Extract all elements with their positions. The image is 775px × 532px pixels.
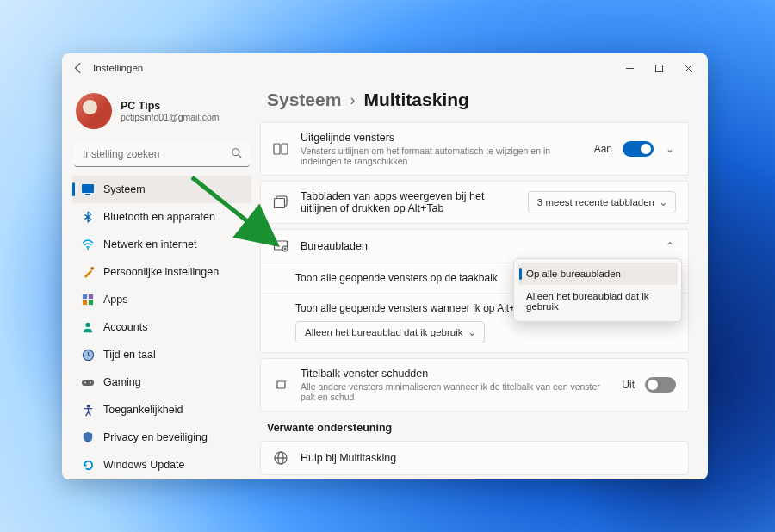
gaming-icon xyxy=(81,375,95,389)
sidebar-item-label: Netwerk en internet xyxy=(103,238,196,251)
brush-icon xyxy=(81,265,95,279)
sidebar-item-apps[interactable]: Apps xyxy=(72,286,251,313)
sidebar-item-personalization[interactable]: Persoonlijke instellingen xyxy=(72,258,251,286)
svg-point-12 xyxy=(85,323,90,327)
settings-window: Instellingen PC Tips pctipsinfo01@gmail.… xyxy=(62,53,708,479)
tabs-icon xyxy=(273,195,290,210)
card-title: Bureaubladen xyxy=(301,240,654,252)
card-title: Tabbladen van apps weergeven bij het uit… xyxy=(301,190,518,214)
breadcrumb: Systeem › Multitasking xyxy=(260,90,689,110)
toggle-label: Uit xyxy=(622,379,635,391)
card-title: Titelbalk venster schudden xyxy=(301,368,611,380)
sidebar-item-windows-update[interactable]: Windows Update xyxy=(72,451,251,471)
bluetooth-icon xyxy=(81,210,95,224)
card-shake: Titelbalk venster schudden Alle andere v… xyxy=(260,358,689,411)
chevron-up-icon[interactable]: ⌃ xyxy=(664,240,676,252)
svg-point-15 xyxy=(84,382,86,384)
toggle-label: Aan xyxy=(594,143,612,155)
wifi-icon xyxy=(81,238,95,251)
back-button[interactable] xyxy=(67,57,90,79)
dropdown-option[interactable]: Alleen het bureaublad dat ik gebruik xyxy=(518,285,678,318)
sidebar-item-label: Gaming xyxy=(103,376,141,388)
clock-globe-icon xyxy=(81,348,95,362)
chevron-down-icon[interactable]: ⌄ xyxy=(664,143,676,155)
chevron-right-icon: › xyxy=(350,91,355,109)
system-icon xyxy=(81,182,95,196)
main-content: Systeem › Multitasking Uitgelijnde venst… xyxy=(260,83,708,479)
sidebar-item-label: Apps xyxy=(103,294,128,306)
maximize-button[interactable] xyxy=(644,57,673,79)
shake-icon xyxy=(273,377,290,393)
svg-rect-19 xyxy=(282,144,288,154)
profile[interactable]: PC Tips pctipsinfo01@gmail.com xyxy=(72,88,251,139)
search-icon xyxy=(231,147,243,159)
sidebar-item-accounts[interactable]: Accounts xyxy=(72,313,251,341)
globe-icon xyxy=(273,450,290,466)
svg-rect-4 xyxy=(82,184,94,193)
snap-icon xyxy=(273,141,290,157)
sidebar-item-time-language[interactable]: Tijd en taal xyxy=(72,341,251,368)
card-title: Hulp bij Multitasking xyxy=(301,452,676,464)
svg-rect-5 xyxy=(85,194,90,195)
snap-toggle[interactable] xyxy=(623,141,654,157)
sidebar-item-network[interactable]: Netwerk en internet xyxy=(72,231,251,258)
svg-point-17 xyxy=(86,404,90,407)
alttab-select[interactable]: 3 meest recente tabbladen xyxy=(528,191,676,213)
sidebar-item-bluetooth[interactable]: Bluetooth en apparaten xyxy=(72,203,251,231)
sidebar-item-accessibility[interactable]: Toegankelijkheid xyxy=(72,396,251,424)
search-box xyxy=(74,141,250,167)
window-title: Instellingen xyxy=(93,63,143,73)
svg-rect-1 xyxy=(655,65,662,71)
svg-rect-18 xyxy=(274,144,280,154)
accessibility-icon xyxy=(81,403,95,417)
breadcrumb-parent[interactable]: Systeem xyxy=(267,90,341,110)
svg-line-3 xyxy=(239,155,242,158)
sidebar-item-label: Windows Update xyxy=(103,459,185,471)
sidebar-item-gaming[interactable]: Gaming xyxy=(72,368,251,396)
related-heading: Verwante ondersteuning xyxy=(267,422,689,434)
nav: Systeem Bluetooth en apparaten Netwerk e… xyxy=(72,176,251,471)
avatar xyxy=(76,93,112,129)
sidebar-item-label: Accounts xyxy=(103,321,147,333)
card-help[interactable]: Hulp bij Multitasking xyxy=(260,441,689,475)
card-snap: Uitgelijnde vensters Vensters uitlijnen … xyxy=(260,122,689,176)
svg-rect-11 xyxy=(89,300,93,305)
minimize-button[interactable] xyxy=(615,57,644,79)
svg-rect-21 xyxy=(275,199,285,208)
person-icon xyxy=(81,320,95,334)
desktops-icon xyxy=(273,238,290,254)
svg-point-2 xyxy=(232,149,239,156)
svg-rect-10 xyxy=(83,300,87,305)
svg-point-7 xyxy=(90,266,94,269)
svg-rect-14 xyxy=(82,380,94,386)
update-icon xyxy=(81,458,95,471)
card-subtitle: Alle andere vensters minimaliseren wanne… xyxy=(301,381,611,402)
search-input[interactable] xyxy=(74,141,250,167)
taskbar-desktop-dropdown: Op alle bureaubladen Alleen het bureaubl… xyxy=(513,258,682,322)
card-title: Uitgelijnde vensters xyxy=(301,132,584,144)
desktops-alttab-select[interactable]: Alleen het bureaublad dat ik gebruik xyxy=(295,321,485,343)
shake-toggle[interactable] xyxy=(645,377,676,393)
sidebar-item-label: Toegankelijkheid xyxy=(103,404,183,416)
card-alttab-tabs: Tabbladen van apps weergeven bij het uit… xyxy=(260,181,689,224)
sidebar-item-system[interactable]: Systeem xyxy=(72,176,251,203)
svg-rect-26 xyxy=(277,381,285,388)
shield-icon xyxy=(81,430,95,444)
profile-name: PC Tips xyxy=(121,100,220,112)
svg-point-6 xyxy=(87,248,89,250)
sidebar-item-label: Systeem xyxy=(103,183,146,195)
profile-email: pctipsinfo01@gmail.com xyxy=(121,112,220,122)
sidebar: PC Tips pctipsinfo01@gmail.com Systeem xyxy=(62,83,260,479)
sidebar-item-label: Persoonlijke instellingen xyxy=(103,266,219,278)
sidebar-item-label: Tijd en taal xyxy=(103,349,156,361)
svg-rect-8 xyxy=(83,294,87,299)
titlebar: Instellingen xyxy=(62,53,708,83)
svg-point-16 xyxy=(90,382,91,384)
dropdown-option[interactable]: Op alle bureaubladen xyxy=(518,263,678,285)
row-label: Toon alle geopende vensters op de taakba… xyxy=(295,272,498,284)
breadcrumb-current: Multitasking xyxy=(363,90,469,110)
sidebar-item-privacy[interactable]: Privacy en beveiliging xyxy=(72,424,251,451)
close-button[interactable] xyxy=(673,57,703,79)
sidebar-item-label: Privacy en beveiliging xyxy=(103,431,208,443)
sidebar-item-label: Bluetooth en apparaten xyxy=(103,211,215,223)
